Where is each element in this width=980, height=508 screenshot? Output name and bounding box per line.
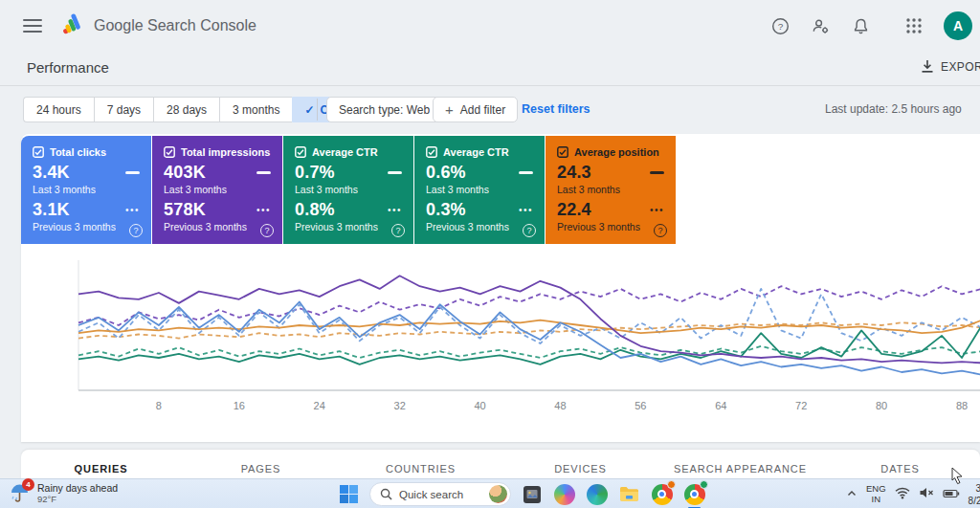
help-icon[interactable]: ? [769,15,791,36]
metric-value: 0.7% [295,163,335,183]
metric-value: 403K [164,163,206,183]
metric-card-total-impressions-1[interactable]: Total impressions403KLast 3 months578K••… [152,136,282,244]
wifi-icon[interactable] [895,486,910,503]
metric-label: Average CTR [443,146,509,158]
card-help-icon[interactable]: ? [129,224,143,237]
performance-panel: Total clicks3.4KLast 3 months3.1K•••Prev… [21,134,980,442]
weather-widget[interactable]: 4 Rainy days ahead 92°F [8,481,118,504]
dimension-tabs: QUERIESPAGESCOUNTRIESDEVICESSEARCH APPEA… [21,450,980,482]
metric-card-average-ctr-2[interactable]: Average CTR0.7%Last 3 months0.8%•••Previ… [283,136,413,244]
export-button[interactable]: EXPORT [921,59,980,74]
divider [317,99,318,121]
metric-prev-period: Previous 3 months [33,221,140,232]
page-title: Performance [27,59,109,76]
chrome-browser-icon[interactable] [650,482,674,506]
metric-card-total-clicks-0[interactable]: Total clicks3.4KLast 3 months3.1K•••Prev… [21,136,151,244]
solid-line-icon [519,171,533,174]
performance-chart-area: 816243240485664728088 [54,260,980,419]
tray-chevron-up-icon[interactable] [846,486,858,503]
app-title: Google Search Console [94,17,256,34]
metric-period: Last 3 months [33,184,140,195]
download-icon [921,59,934,74]
metric-prev-value: 0.8% [295,200,335,220]
checkbox-checked-icon[interactable] [426,146,437,158]
metric-label: Total clicks [50,146,106,158]
file-explorer-icon[interactable] [617,482,641,506]
checkbox-checked-icon[interactable] [33,146,44,158]
battery-icon[interactable] [943,486,960,503]
metric-label: Average position [574,146,659,158]
card-help-icon[interactable]: ? [391,224,405,237]
windows-taskbar: 4 Rainy days ahead 92°F Quick search [0,478,980,508]
solid-line-icon [125,171,140,174]
metric-label: Total impressions [181,146,270,158]
tray-time: 3:11 PM [969,482,980,495]
tab-countries[interactable]: COUNTRIES [341,450,501,482]
search-icon [380,488,392,500]
system-tray: ENGIN 3:11 PM 8/21/2025 [846,482,980,507]
range-button-7-days[interactable]: 7 days [94,97,153,122]
svg-text:72: 72 [795,400,807,411]
range-button-24-hours[interactable]: 24 hours [23,97,94,122]
tab-pages[interactable]: PAGES [181,450,341,482]
metric-card-average-position-4[interactable]: Average position24.3Last 3 months22.4•••… [546,136,676,244]
metric-period: Last 3 months [557,184,664,195]
metric-prev-value: 3.1K [33,200,70,220]
svg-text:8: 8 [156,400,162,411]
taskbar-search-input[interactable]: Quick search [369,482,511,506]
metric-value: 24.3 [557,163,591,183]
reset-filters-link[interactable]: Reset filters [522,102,590,116]
metric-card-average-ctr-3[interactable]: Average CTR0.6%Last 3 months0.3%•••Previ… [414,136,545,244]
card-help-icon[interactable]: ? [260,224,274,237]
svg-text:32: 32 [394,400,406,411]
status-badge [700,480,708,489]
checkbox-checked-icon[interactable] [164,146,175,158]
svg-text:24: 24 [314,400,325,411]
tab-dates[interactable]: DATES [820,450,980,482]
clock-widget[interactable]: 3:11 PM 8/21/2025 [969,482,980,507]
dotted-line-icon: ••• [388,206,402,215]
solid-line-icon [650,171,664,174]
add-filter-button[interactable]: +Add filter [433,97,518,122]
volume-muted-icon[interactable] [919,486,934,503]
svg-text:16: 16 [234,400,245,411]
update-badge [667,480,676,489]
svg-text:48: 48 [554,400,566,411]
apps-grid-icon[interactable] [903,15,924,36]
svg-text:80: 80 [876,400,887,411]
tab-queries[interactable]: QUERIES [21,450,181,482]
metric-cards: Total clicks3.4KLast 3 months3.1K•••Prev… [21,136,676,244]
checkbox-checked-icon[interactable] [557,146,568,158]
card-help-icon[interactable]: ? [654,224,667,237]
edge-browser-icon[interactable] [585,482,609,506]
notifications-bell-icon[interactable] [850,15,871,36]
metric-prev-value: 22.4 [557,200,591,220]
umbrella-rain-icon: 4 [8,481,31,504]
checkbox-checked-icon[interactable] [295,146,306,158]
hamburger-menu-icon[interactable] [23,19,42,33]
user-settings-icon[interactable] [810,15,831,36]
tab-devices[interactable]: DEVICES [501,450,660,482]
svg-text:56: 56 [635,400,646,411]
dotted-line-icon: ••• [519,206,533,215]
range-button-3-months[interactable]: 3 months [219,97,292,122]
photos-app-icon[interactable] [520,482,544,506]
tab-search-appearance[interactable]: SEARCH APPEARANCE [660,450,820,482]
chrome-browser-active-icon[interactable] [682,482,706,506]
card-help-icon[interactable]: ? [523,224,536,237]
dotted-line-icon: ••• [125,206,140,215]
language-indicator[interactable]: ENGIN [866,484,886,505]
range-button-28-days[interactable]: 28 days [153,97,219,122]
metric-prev-period: Previous 3 months [295,221,402,232]
copilot-app-icon[interactable] [552,482,576,506]
metric-prev-period: Previous 3 months [164,221,271,232]
performance-chart[interactable]: 816243240485664728088 [54,260,980,415]
check-icon: ✓ [304,103,314,117]
search-console-logo-icon [57,11,82,40]
metric-prev-value: 0.3% [426,200,466,220]
windows-start-button[interactable] [337,482,361,506]
account-avatar[interactable]: A [944,11,972,40]
metric-period: Last 3 months [164,184,271,195]
svg-text:64: 64 [715,400,726,411]
weather-temperature: 92°F [37,494,118,504]
